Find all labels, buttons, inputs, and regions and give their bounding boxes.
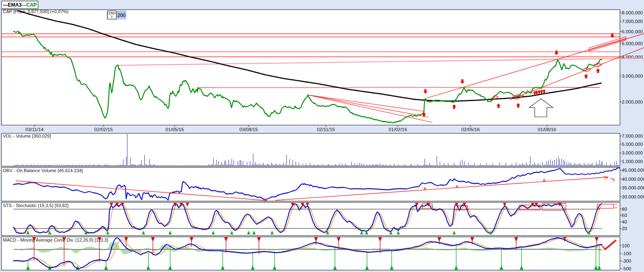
svg-text:—: — [21,2,26,8]
svg-text:7.000.000: 7.000.000 [622,134,643,138]
svg-text:01/08/16: 01/08/16 [538,127,556,132]
svg-text:—: — [3,2,8,8]
svg-text:5.000,000: 5.000,000 [622,41,643,46]
svg-text:OBV - On Balance Volume [45.61: OBV - On Balance Volume [45.614.234] [3,168,83,173]
svg-text:7.000,000: 7.000,000 [622,19,643,24]
svg-text:01/05/15: 01/05/15 [166,127,184,132]
svg-text:60: 60 [622,213,627,218]
svg-text:MACD - Moving Average Conv. Di: MACD - Moving Average Conv. Div. (12,26,… [3,237,108,242]
svg-text:20: 20 [622,226,627,231]
svg-text:CAP: CAP [26,2,37,8]
svg-text:6.000,000: 6.000,000 [622,29,643,34]
svg-text:VOL - Volume [360.029]: VOL - Volume [360.029] [3,134,51,138]
svg-text:02/05/16: 02/05/16 [462,127,480,132]
svg-text:3.000,000: 3.000,000 [622,74,643,78]
svg-text:EMA3: EMA3 [8,2,22,8]
svg-text:80: 80 [622,207,627,212]
svg-text:3.000.000: 3.000.000 [622,150,643,155]
svg-text:-500: -500 [622,266,631,271]
svg-text:1.000.000: 1.000.000 [622,159,643,164]
svg-text:30.000.000: 30.000.000 [622,194,644,199]
svg-text:01/02/16: 01/02/16 [389,127,407,132]
svg-text:02/11/15: 02/11/15 [317,127,335,132]
svg-text:40.000.000: 40.000.000 [622,177,644,182]
svg-text:03/08/15: 03/08/15 [240,127,258,132]
svg-text:03/11/14: 03/11/14 [25,127,44,132]
svg-text:-100: -100 [622,251,631,256]
svg-text:2.000,000: 2.000,000 [622,99,643,104]
svg-text:5.000.000: 5.000.000 [622,142,643,147]
svg-text:CAP [Price: 3.877,500] (+0,07%: CAP [Price: 3.877,500] (+0,07%) [3,9,69,14]
svg-text:-300: -300 [622,258,631,263]
svg-text:200: 200 [118,13,125,18]
svg-text:45.000.000: 45.000.000 [622,168,644,173]
svg-text:8.000,000: 8.000,000 [622,10,643,15]
svg-text:100: 100 [622,243,630,248]
svg-text:3: 3 [111,15,113,19]
svg-text:35.000.000: 35.000.000 [622,185,644,190]
svg-text:02/02/15: 02/02/15 [95,127,113,132]
svg-text:STS - Stochastic (15,3,5) [93,: STS - Stochastic (15,3,5) [93,82] [3,203,69,208]
svg-text:40: 40 [622,219,627,224]
